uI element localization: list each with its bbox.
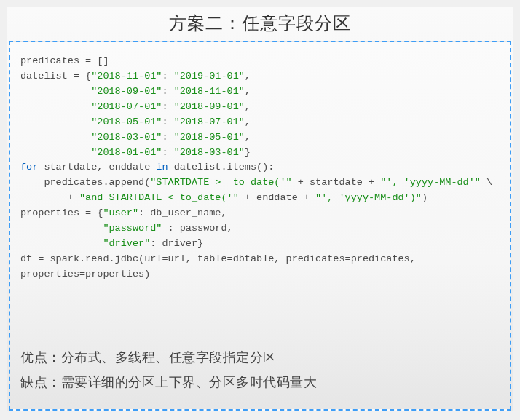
code-text: : password, bbox=[162, 223, 232, 234]
code-text: \ bbox=[481, 177, 492, 188]
code-string: "2018-11-01" bbox=[174, 86, 245, 97]
code-string: "driver" bbox=[103, 238, 150, 249]
code-text bbox=[20, 101, 91, 112]
panel-title: 方案二：任意字段分区 bbox=[7, 7, 513, 41]
code-text bbox=[20, 132, 91, 143]
code-text: + bbox=[20, 192, 79, 203]
code-string: "', 'yyyy-MM-dd'" bbox=[380, 177, 481, 188]
code-text: + enddate + bbox=[239, 192, 315, 203]
notes-block: 优点：分布式、多线程、任意字段指定分区 缺点：需要详细的分区上下界、分区多时代码… bbox=[20, 345, 500, 395]
code-string: "2018-09-01" bbox=[174, 101, 245, 112]
example-panel: 方案二：任意字段分区 predicates = [] datelist = {"… bbox=[7, 7, 513, 411]
code-text: : bbox=[162, 86, 173, 97]
code-string: "2019-01-01" bbox=[174, 71, 245, 82]
code-text bbox=[20, 86, 91, 97]
code-text: : bbox=[162, 116, 173, 127]
code-line: predicates = [] bbox=[20, 55, 109, 66]
code-line: df = spark.read.jdbc(url=url, table=dbta… bbox=[20, 253, 416, 264]
code-text bbox=[20, 223, 103, 234]
code-string: "', 'yyyy-MM-dd')" bbox=[315, 192, 422, 203]
code-text bbox=[20, 116, 91, 127]
code-text: : bbox=[162, 147, 173, 158]
code-text: : bbox=[162, 101, 173, 112]
code-string: "2018-11-01" bbox=[91, 71, 162, 82]
code-text: datelist = { bbox=[20, 71, 91, 82]
code-container: predicates = [] datelist = {"2018-11-01"… bbox=[9, 41, 511, 411]
code-string: "2018-05-01" bbox=[174, 132, 245, 143]
code-text: startdate, enddate bbox=[38, 162, 156, 173]
code-text: , bbox=[245, 116, 251, 127]
code-string: "2018-03-01" bbox=[174, 147, 245, 158]
code-text: , bbox=[245, 101, 251, 112]
code-keyword: in bbox=[156, 162, 168, 173]
code-text: , bbox=[245, 71, 251, 82]
code-line: properties=properties) bbox=[20, 269, 150, 280]
code-string: "2018-07-01" bbox=[174, 116, 245, 127]
code-text: : driver} bbox=[150, 238, 203, 249]
pros-line: 优点：分布式、多线程、任意字段指定分区 bbox=[20, 345, 500, 370]
code-text: + startdate + bbox=[292, 177, 381, 188]
code-text: , bbox=[245, 132, 251, 143]
code-text: properties = { bbox=[20, 207, 103, 218]
code-string: "2018-07-01" bbox=[91, 101, 162, 112]
code-text: : bbox=[162, 132, 173, 143]
code-block: predicates = [] datelist = {"2018-11-01"… bbox=[20, 54, 500, 282]
code-text: : db_user_name, bbox=[138, 207, 227, 218]
code-string: "2018-05-01" bbox=[91, 116, 162, 127]
code-text: datelist.items(): bbox=[168, 162, 275, 173]
code-string: "user" bbox=[103, 207, 138, 218]
code-string: "STARTDATE >= to_date('" bbox=[150, 177, 291, 188]
code-string: "2018-01-01" bbox=[91, 147, 162, 158]
code-text bbox=[20, 147, 91, 158]
code-text: } bbox=[245, 147, 251, 158]
code-text bbox=[20, 238, 103, 249]
code-string: "password" bbox=[103, 223, 162, 234]
code-keyword: for bbox=[20, 162, 38, 173]
code-string: "2018-03-01" bbox=[91, 132, 162, 143]
code-text: predicates.append( bbox=[20, 177, 150, 188]
code-text: , bbox=[245, 86, 251, 97]
code-string: "and STARTDATE < to_date('" bbox=[79, 192, 239, 203]
code-text: ) bbox=[422, 192, 428, 203]
code-string: "2018-09-01" bbox=[91, 86, 162, 97]
code-text: : bbox=[162, 71, 173, 82]
cons-line: 缺点：需要详细的分区上下界、分区多时代码量大 bbox=[20, 370, 500, 395]
